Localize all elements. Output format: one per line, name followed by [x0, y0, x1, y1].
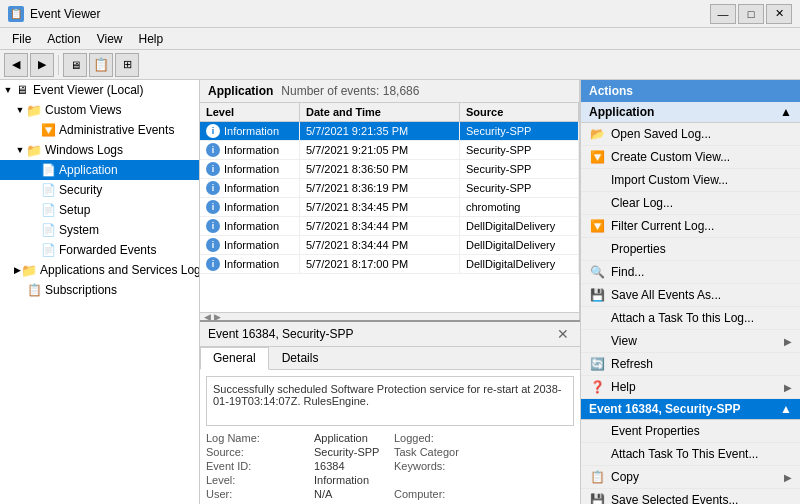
center-pane: Application Number of events: 18,686 Lev…: [200, 80, 580, 504]
action-label-find: Find...: [611, 265, 792, 279]
action-clear-log[interactable]: Clear Log...: [581, 192, 800, 215]
detail-title: Event 16384, Security-SPP: [208, 327, 353, 341]
action-label-attach-task-event: Attach Task To This Event...: [611, 447, 792, 461]
action-event-properties[interactable]: Event Properties: [581, 420, 800, 443]
action-help[interactable]: ❓ Help ▶: [581, 376, 800, 399]
action-properties[interactable]: Properties: [581, 238, 800, 261]
minimize-button[interactable]: —: [710, 4, 736, 24]
new-log-button[interactable]: 📋: [89, 53, 113, 77]
table-row[interactable]: i Information 5/7/2021 8:34:44 PM DellDi…: [200, 217, 579, 236]
tree-item-windows-logs[interactable]: ▼ 📁 Windows Logs: [0, 140, 199, 160]
tree-arrow-local[interactable]: ▼: [2, 85, 14, 95]
back-button[interactable]: ◀: [4, 53, 28, 77]
table-row[interactable]: i Information 5/7/2021 9:21:05 PM Securi…: [200, 141, 579, 160]
log-icon-system: 📄: [40, 222, 56, 238]
tab-general[interactable]: General: [200, 347, 269, 370]
tree-arrow-custom[interactable]: ▼: [14, 105, 26, 115]
tree-item-setup[interactable]: ▶ 📄 Setup: [0, 200, 199, 220]
tree-item-forwarded[interactable]: ▶ 📄 Forwarded Events: [0, 240, 199, 260]
table-row[interactable]: i Information 5/7/2021 8:34:45 PM chromo…: [200, 198, 579, 217]
action-label-properties: Properties: [611, 242, 792, 256]
cell-source-6: DellDigitalDelivery: [460, 236, 579, 254]
action-find[interactable]: 🔍 Find...: [581, 261, 800, 284]
detail-content: Successfully scheduled Software Protecti…: [200, 370, 580, 504]
menu-help[interactable]: Help: [131, 30, 172, 48]
action-view[interactable]: View ▶: [581, 330, 800, 353]
horizontal-scroll[interactable]: ◀ ▶: [200, 312, 579, 320]
tree-item-app-services[interactable]: ▶ 📁 Applications and Services Logs: [0, 260, 199, 280]
tree-label-subscriptions: Subscriptions: [45, 283, 117, 297]
action-filter-current[interactable]: 🔽 Filter Current Log...: [581, 215, 800, 238]
cell-level-7: i Information: [200, 255, 300, 273]
info-icon-4: i: [206, 200, 220, 214]
info-icon-7: i: [206, 257, 220, 271]
section-header-application[interactable]: Application ▲: [581, 102, 800, 123]
cell-level-4: i Information: [200, 198, 300, 216]
cell-level-0: i Information: [200, 122, 300, 140]
col-level[interactable]: Level: [200, 103, 300, 121]
action-label-filter-current: Filter Current Log...: [611, 219, 792, 233]
tree-arrow-windows[interactable]: ▼: [14, 145, 26, 155]
tree-item-subscriptions[interactable]: ▶ 📋 Subscriptions: [0, 280, 199, 300]
show-hide-button[interactable]: 🖥: [63, 53, 87, 77]
main-layout: ▼ 🖥 Event Viewer (Local) ▼ 📁 Custom View…: [0, 80, 800, 504]
tree-item-system[interactable]: ▶ 📄 System: [0, 220, 199, 240]
forward-button[interactable]: ▶: [30, 53, 54, 77]
action-label-clear-log: Clear Log...: [611, 196, 792, 210]
menu-bar: File Action View Help: [0, 28, 800, 50]
tree-label-forwarded: Forwarded Events: [59, 243, 156, 257]
col-source[interactable]: Source: [460, 103, 579, 121]
tree-item-custom-views[interactable]: ▼ 📁 Custom Views: [0, 100, 199, 120]
window-controls: — □ ✕: [710, 4, 792, 24]
table-row[interactable]: i Information 5/7/2021 8:17:00 PM DellDi…: [200, 255, 579, 274]
tree-item-local[interactable]: ▼ 🖥 Event Viewer (Local): [0, 80, 199, 100]
close-button[interactable]: ✕: [766, 4, 792, 24]
action-label-open-saved: Open Saved Log...: [611, 127, 792, 141]
action-refresh[interactable]: 🔄 Refresh: [581, 353, 800, 376]
actions-header: Actions: [581, 80, 800, 102]
col-datetime[interactable]: Date and Time: [300, 103, 460, 121]
field-label-logname: Log Name:: [206, 432, 306, 444]
action-open-saved-log[interactable]: 📂 Open Saved Log...: [581, 123, 800, 146]
action-copy[interactable]: 📋 Copy ▶: [581, 466, 800, 489]
menu-file[interactable]: File: [4, 30, 39, 48]
tree-arrow-appservices[interactable]: ▶: [14, 265, 21, 275]
tree-item-admin-events[interactable]: ▶ 🔽 Administrative Events: [0, 120, 199, 140]
folder-icon-custom: 📁: [26, 102, 42, 118]
event-properties-icon: [589, 423, 605, 439]
table-row[interactable]: i Information 5/7/2021 8:36:19 PM Securi…: [200, 179, 579, 198]
tree-item-security[interactable]: ▶ 📄 Security: [0, 180, 199, 200]
table-row[interactable]: i Information 5/7/2021 8:36:50 PM Securi…: [200, 160, 579, 179]
action-attach-task-event[interactable]: Attach Task To This Event...: [581, 443, 800, 466]
action-label-event-properties: Event Properties: [611, 424, 792, 438]
menu-action[interactable]: Action: [39, 30, 88, 48]
properties-button[interactable]: ⊞: [115, 53, 139, 77]
copy-icon: 📋: [589, 469, 605, 485]
tree-item-application[interactable]: ▶ 📄 Application: [0, 160, 199, 180]
action-save-all-events[interactable]: 💾 Save All Events As...: [581, 284, 800, 307]
action-attach-task-log[interactable]: Attach a Task To this Log...: [581, 307, 800, 330]
cell-source-0: Security-SPP: [460, 122, 579, 140]
cell-datetime-1: 5/7/2021 9:21:05 PM: [300, 141, 460, 159]
tab-details[interactable]: Details: [269, 347, 332, 369]
section-header-event[interactable]: Event 16384, Security-SPP ▲: [581, 399, 800, 420]
field-value-logname: Application: [314, 432, 386, 444]
action-label-refresh: Refresh: [611, 357, 792, 371]
action-create-custom-view[interactable]: 🔽 Create Custom View...: [581, 146, 800, 169]
save-selected-icon: 💾: [589, 492, 605, 504]
maximize-button[interactable]: □: [738, 4, 764, 24]
table-row[interactable]: i Information 5/7/2021 9:21:35 PM Securi…: [200, 122, 579, 141]
field-label-source: Source:: [206, 446, 306, 458]
action-save-selected[interactable]: 💾 Save Selected Events...: [581, 489, 800, 504]
action-label-attach-task-log: Attach a Task To this Log...: [611, 311, 792, 325]
view-icon: [589, 333, 605, 349]
detail-close-button[interactable]: ✕: [554, 325, 572, 343]
table-row[interactable]: i Information 5/7/2021 8:34:44 PM DellDi…: [200, 236, 579, 255]
menu-view[interactable]: View: [89, 30, 131, 48]
events-table[interactable]: Level Date and Time Source i Information…: [200, 103, 579, 312]
attach-task-log-icon: [589, 310, 605, 326]
tree-label-custom-views: Custom Views: [45, 103, 121, 117]
action-import-custom-view[interactable]: Import Custom View...: [581, 169, 800, 192]
view-submenu-arrow: ▶: [784, 336, 792, 347]
actions-section-event: Event 16384, Security-SPP ▲ Event Proper…: [581, 399, 800, 504]
